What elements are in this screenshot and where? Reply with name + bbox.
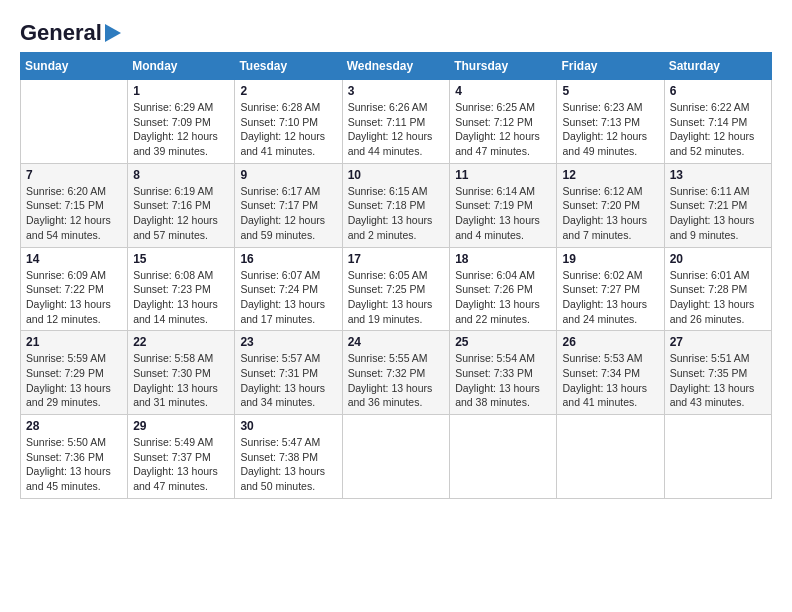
- day-info: Sunrise: 6:11 AMSunset: 7:21 PMDaylight:…: [670, 184, 766, 243]
- calendar-day-cell: [557, 415, 664, 499]
- day-number: 14: [26, 252, 122, 266]
- logo-arrow-icon: [105, 24, 121, 42]
- calendar-week-row: 1Sunrise: 6:29 AMSunset: 7:09 PMDaylight…: [21, 80, 772, 164]
- calendar-day-cell: 27Sunrise: 5:51 AMSunset: 7:35 PMDayligh…: [664, 331, 771, 415]
- day-info: Sunrise: 6:29 AMSunset: 7:09 PMDaylight:…: [133, 100, 229, 159]
- day-number: 24: [348, 335, 445, 349]
- calendar-day-cell: [342, 415, 450, 499]
- day-number: 8: [133, 168, 229, 182]
- calendar-day-cell: 21Sunrise: 5:59 AMSunset: 7:29 PMDayligh…: [21, 331, 128, 415]
- calendar-day-cell: [450, 415, 557, 499]
- calendar-day-cell: 28Sunrise: 5:50 AMSunset: 7:36 PMDayligh…: [21, 415, 128, 499]
- weekday-header: Thursday: [450, 53, 557, 80]
- calendar-table: SundayMondayTuesdayWednesdayThursdayFrid…: [20, 52, 772, 499]
- logo-general: General: [20, 20, 102, 46]
- calendar-day-cell: 18Sunrise: 6:04 AMSunset: 7:26 PMDayligh…: [450, 247, 557, 331]
- calendar-day-cell: 12Sunrise: 6:12 AMSunset: 7:20 PMDayligh…: [557, 163, 664, 247]
- calendar-day-cell: 11Sunrise: 6:14 AMSunset: 7:19 PMDayligh…: [450, 163, 557, 247]
- day-number: 25: [455, 335, 551, 349]
- page-header: General: [20, 20, 772, 42]
- calendar-day-cell: 24Sunrise: 5:55 AMSunset: 7:32 PMDayligh…: [342, 331, 450, 415]
- day-info: Sunrise: 6:19 AMSunset: 7:16 PMDaylight:…: [133, 184, 229, 243]
- day-number: 6: [670, 84, 766, 98]
- day-number: 19: [562, 252, 658, 266]
- calendar-week-row: 7Sunrise: 6:20 AMSunset: 7:15 PMDaylight…: [21, 163, 772, 247]
- day-info: Sunrise: 6:28 AMSunset: 7:10 PMDaylight:…: [240, 100, 336, 159]
- day-info: Sunrise: 5:58 AMSunset: 7:30 PMDaylight:…: [133, 351, 229, 410]
- day-number: 21: [26, 335, 122, 349]
- day-number: 18: [455, 252, 551, 266]
- weekday-header: Wednesday: [342, 53, 450, 80]
- calendar-day-cell: 26Sunrise: 5:53 AMSunset: 7:34 PMDayligh…: [557, 331, 664, 415]
- day-info: Sunrise: 6:15 AMSunset: 7:18 PMDaylight:…: [348, 184, 445, 243]
- day-info: Sunrise: 5:55 AMSunset: 7:32 PMDaylight:…: [348, 351, 445, 410]
- calendar-day-cell: 7Sunrise: 6:20 AMSunset: 7:15 PMDaylight…: [21, 163, 128, 247]
- calendar-day-cell: 17Sunrise: 6:05 AMSunset: 7:25 PMDayligh…: [342, 247, 450, 331]
- day-info: Sunrise: 5:47 AMSunset: 7:38 PMDaylight:…: [240, 435, 336, 494]
- calendar-day-cell: 3Sunrise: 6:26 AMSunset: 7:11 PMDaylight…: [342, 80, 450, 164]
- day-number: 9: [240, 168, 336, 182]
- weekday-header: Tuesday: [235, 53, 342, 80]
- logo: General: [20, 20, 121, 42]
- day-info: Sunrise: 6:23 AMSunset: 7:13 PMDaylight:…: [562, 100, 658, 159]
- day-number: 11: [455, 168, 551, 182]
- day-number: 5: [562, 84, 658, 98]
- calendar-day-cell: 15Sunrise: 6:08 AMSunset: 7:23 PMDayligh…: [128, 247, 235, 331]
- day-info: Sunrise: 6:09 AMSunset: 7:22 PMDaylight:…: [26, 268, 122, 327]
- calendar-day-cell: 4Sunrise: 6:25 AMSunset: 7:12 PMDaylight…: [450, 80, 557, 164]
- calendar-day-cell: [21, 80, 128, 164]
- day-number: 29: [133, 419, 229, 433]
- day-info: Sunrise: 5:49 AMSunset: 7:37 PMDaylight:…: [133, 435, 229, 494]
- day-number: 7: [26, 168, 122, 182]
- calendar-day-cell: 8Sunrise: 6:19 AMSunset: 7:16 PMDaylight…: [128, 163, 235, 247]
- calendar-day-cell: 6Sunrise: 6:22 AMSunset: 7:14 PMDaylight…: [664, 80, 771, 164]
- weekday-header: Friday: [557, 53, 664, 80]
- day-number: 22: [133, 335, 229, 349]
- day-number: 1: [133, 84, 229, 98]
- calendar-day-cell: 16Sunrise: 6:07 AMSunset: 7:24 PMDayligh…: [235, 247, 342, 331]
- day-info: Sunrise: 6:17 AMSunset: 7:17 PMDaylight:…: [240, 184, 336, 243]
- weekday-header: Saturday: [664, 53, 771, 80]
- day-number: 16: [240, 252, 336, 266]
- day-number: 20: [670, 252, 766, 266]
- weekday-header: Monday: [128, 53, 235, 80]
- day-info: Sunrise: 6:01 AMSunset: 7:28 PMDaylight:…: [670, 268, 766, 327]
- day-info: Sunrise: 5:59 AMSunset: 7:29 PMDaylight:…: [26, 351, 122, 410]
- calendar-week-row: 21Sunrise: 5:59 AMSunset: 7:29 PMDayligh…: [21, 331, 772, 415]
- calendar-day-cell: 10Sunrise: 6:15 AMSunset: 7:18 PMDayligh…: [342, 163, 450, 247]
- calendar-day-cell: 13Sunrise: 6:11 AMSunset: 7:21 PMDayligh…: [664, 163, 771, 247]
- day-info: Sunrise: 6:12 AMSunset: 7:20 PMDaylight:…: [562, 184, 658, 243]
- calendar-day-cell: 9Sunrise: 6:17 AMSunset: 7:17 PMDaylight…: [235, 163, 342, 247]
- calendar-day-cell: 19Sunrise: 6:02 AMSunset: 7:27 PMDayligh…: [557, 247, 664, 331]
- calendar-week-row: 14Sunrise: 6:09 AMSunset: 7:22 PMDayligh…: [21, 247, 772, 331]
- day-info: Sunrise: 6:20 AMSunset: 7:15 PMDaylight:…: [26, 184, 122, 243]
- day-number: 2: [240, 84, 336, 98]
- day-number: 13: [670, 168, 766, 182]
- day-info: Sunrise: 5:51 AMSunset: 7:35 PMDaylight:…: [670, 351, 766, 410]
- day-info: Sunrise: 5:54 AMSunset: 7:33 PMDaylight:…: [455, 351, 551, 410]
- day-number: 15: [133, 252, 229, 266]
- calendar-day-cell: 29Sunrise: 5:49 AMSunset: 7:37 PMDayligh…: [128, 415, 235, 499]
- day-info: Sunrise: 6:08 AMSunset: 7:23 PMDaylight:…: [133, 268, 229, 327]
- day-number: 26: [562, 335, 658, 349]
- calendar-day-cell: 30Sunrise: 5:47 AMSunset: 7:38 PMDayligh…: [235, 415, 342, 499]
- day-number: 4: [455, 84, 551, 98]
- day-info: Sunrise: 5:53 AMSunset: 7:34 PMDaylight:…: [562, 351, 658, 410]
- day-info: Sunrise: 6:05 AMSunset: 7:25 PMDaylight:…: [348, 268, 445, 327]
- day-number: 27: [670, 335, 766, 349]
- calendar-week-row: 28Sunrise: 5:50 AMSunset: 7:36 PMDayligh…: [21, 415, 772, 499]
- day-number: 23: [240, 335, 336, 349]
- day-number: 3: [348, 84, 445, 98]
- day-info: Sunrise: 6:07 AMSunset: 7:24 PMDaylight:…: [240, 268, 336, 327]
- day-info: Sunrise: 6:26 AMSunset: 7:11 PMDaylight:…: [348, 100, 445, 159]
- calendar-day-cell: [664, 415, 771, 499]
- day-info: Sunrise: 5:50 AMSunset: 7:36 PMDaylight:…: [26, 435, 122, 494]
- calendar-day-cell: 20Sunrise: 6:01 AMSunset: 7:28 PMDayligh…: [664, 247, 771, 331]
- calendar-day-cell: 22Sunrise: 5:58 AMSunset: 7:30 PMDayligh…: [128, 331, 235, 415]
- calendar-day-cell: 2Sunrise: 6:28 AMSunset: 7:10 PMDaylight…: [235, 80, 342, 164]
- calendar-day-cell: 14Sunrise: 6:09 AMSunset: 7:22 PMDayligh…: [21, 247, 128, 331]
- day-number: 28: [26, 419, 122, 433]
- weekday-header: Sunday: [21, 53, 128, 80]
- calendar-day-cell: 5Sunrise: 6:23 AMSunset: 7:13 PMDaylight…: [557, 80, 664, 164]
- day-info: Sunrise: 6:04 AMSunset: 7:26 PMDaylight:…: [455, 268, 551, 327]
